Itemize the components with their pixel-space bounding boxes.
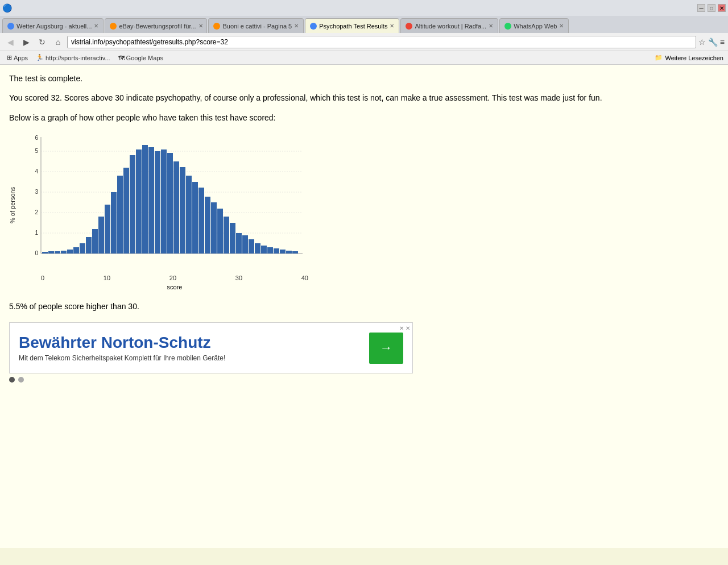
svg-rect-39 <box>192 182 198 254</box>
svg-rect-20 <box>73 247 79 254</box>
tab-favicon-buoni <box>213 23 220 30</box>
svg-text:4: 4 <box>35 168 38 175</box>
svg-text:6: 6 <box>35 135 38 141</box>
home-button[interactable]: ⌂ <box>51 35 65 49</box>
svg-rect-50 <box>261 246 267 254</box>
menu-button[interactable]: ≡ <box>720 38 725 47</box>
forward-button[interactable]: ▶ <box>19 35 33 49</box>
tab-label-altitude: Altitude workout | Radfa... <box>415 23 486 30</box>
ad-close-button[interactable]: ✕ ✕ <box>399 325 410 331</box>
chrome-logo: 🔵 <box>2 3 12 13</box>
tab-close-ebay[interactable]: ✕ <box>198 23 203 29</box>
ad-title: Bewährter Norton-Schutz <box>19 334 363 352</box>
svg-rect-34 <box>161 149 167 254</box>
svg-rect-18 <box>61 251 67 254</box>
ad-dots <box>9 377 719 383</box>
chart-svg: 0 1 2 3 4 5 6 <box>18 131 308 273</box>
tab-wetter[interactable]: Wetter Augsburg - aktuell... ✕ <box>2 18 104 33</box>
svg-text:0: 0 <box>35 250 38 256</box>
bookmark-sports-icon: 🏃 <box>36 54 44 61</box>
tab-ebay[interactable]: eBay-Bewertungsprofil für... ✕ <box>105 18 207 33</box>
result-score: You scored 32. Scores above 30 indicate … <box>9 92 719 104</box>
chart-wrapper: % of persons 0 1 2 <box>9 131 719 290</box>
svg-rect-28 <box>123 168 129 254</box>
maximize-button[interactable]: □ <box>708 4 715 12</box>
svg-rect-53 <box>280 250 286 254</box>
tab-favicon-whatsapp <box>504 23 511 30</box>
tabs-bar: Wetter Augsburg - aktuell... ✕ eBay-Bewe… <box>0 16 728 33</box>
svg-rect-29 <box>130 155 135 254</box>
result-percent: 5.5% of people score higher than 30. <box>9 302 719 311</box>
svg-rect-49 <box>255 243 260 254</box>
back-button[interactable]: ◀ <box>3 35 17 49</box>
tab-label-ebay: eBay-Bewertungsprofil für... <box>119 23 196 30</box>
svg-rect-36 <box>173 161 179 254</box>
ad-arrow-button[interactable]: → <box>369 333 403 364</box>
svg-rect-44 <box>224 217 229 254</box>
svg-rect-27 <box>117 176 123 254</box>
x-tick-0: 0 <box>41 275 44 281</box>
tab-buoni[interactable]: Buoni e cattivi - Pagina 5 ✕ <box>208 18 304 33</box>
svg-rect-31 <box>142 145 148 254</box>
tab-close-altitude[interactable]: ✕ <box>489 23 493 29</box>
result-complete: The test is complete. <box>9 74 719 83</box>
close-button[interactable]: ✕ <box>718 4 726 12</box>
svg-rect-52 <box>274 248 279 254</box>
y-axis-label: % of persons <box>9 143 16 268</box>
tab-favicon-wetter <box>7 23 14 30</box>
reload-button[interactable]: ↻ <box>35 35 49 49</box>
ad-dot-1[interactable] <box>9 377 15 383</box>
svg-rect-38 <box>186 176 192 254</box>
tab-favicon-psychopath <box>310 23 317 30</box>
browser-chrome: 🔵 ─ □ ✕ Wetter Augsburg - aktuell... ✕ e… <box>0 0 728 548</box>
tab-close-buoni[interactable]: ✕ <box>294 23 299 29</box>
bookmark-apps[interactable]: ⊞ Apps <box>5 53 30 63</box>
svg-rect-40 <box>198 188 204 254</box>
svg-rect-48 <box>249 239 254 254</box>
svg-rect-37 <box>180 167 185 254</box>
svg-rect-33 <box>155 151 160 254</box>
ad-content: Bewährter Norton-Schutz Mit dem Telekom … <box>10 327 412 369</box>
tab-close-whatsapp[interactable]: ✕ <box>559 23 564 29</box>
svg-rect-16 <box>48 251 54 254</box>
x-tick-30: 30 <box>235 275 242 281</box>
svg-text:1: 1 <box>35 230 38 236</box>
bookmark-sports-label: http://sports-interactiv... <box>46 55 110 61</box>
svg-rect-15 <box>42 252 48 254</box>
bookmark-apps-label: Apps <box>14 55 28 61</box>
tab-psychopath[interactable]: Psychopath Test Results ✕ <box>305 18 399 33</box>
x-axis-score: score <box>18 284 308 290</box>
bookmarks-right: 📁 Weitere Lesezeichen <box>655 54 723 61</box>
more-bookmarks-icon: 📁 <box>655 54 663 61</box>
tab-favicon-ebay <box>110 23 117 30</box>
svg-rect-24 <box>98 217 104 254</box>
svg-rect-23 <box>92 229 98 254</box>
title-bar-left: 🔵 <box>2 3 12 13</box>
tab-whatsapp[interactable]: WhatsApp Web ✕ <box>499 18 569 33</box>
x-axis-labels: 0 10 20 30 40 <box>18 273 308 281</box>
tab-altitude[interactable]: Altitude workout | Radfa... ✕ <box>400 18 498 33</box>
svg-rect-26 <box>111 192 117 254</box>
svg-rect-55 <box>292 251 298 254</box>
svg-rect-17 <box>55 251 60 254</box>
svg-text:2: 2 <box>35 209 38 215</box>
svg-rect-32 <box>148 147 154 254</box>
bookmark-star-button[interactable]: ☆ <box>698 38 706 47</box>
minimize-button[interactable]: ─ <box>697 4 705 12</box>
page-content: The test is complete. You scored 32. Sco… <box>0 65 728 548</box>
svg-rect-47 <box>242 235 248 254</box>
title-bar-right: ─ □ ✕ <box>697 4 726 12</box>
extensions-button[interactable]: 🔧 <box>708 38 718 47</box>
chart-area: 0 1 2 3 4 5 6 <box>18 131 308 290</box>
tab-close-psychopath[interactable]: ✕ <box>390 23 394 29</box>
svg-rect-25 <box>105 205 110 254</box>
bookmark-maps[interactable]: 🗺 Google Maps <box>116 53 166 63</box>
tab-close-wetter[interactable]: ✕ <box>94 23 98 29</box>
svg-text:5: 5 <box>35 148 38 154</box>
ad-arrow-icon: → <box>380 340 392 355</box>
svg-rect-51 <box>267 247 273 254</box>
ad-dot-2[interactable] <box>18 377 24 383</box>
bookmark-sports[interactable]: 🏃 http://sports-interactiv... <box>34 53 113 63</box>
svg-rect-41 <box>205 197 210 254</box>
address-bar[interactable] <box>67 36 696 48</box>
